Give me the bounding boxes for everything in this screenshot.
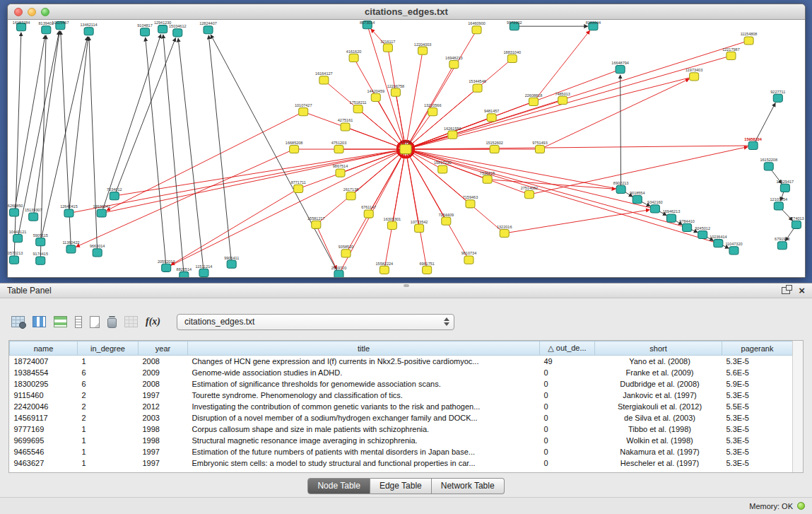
float-panel-icon[interactable]: [782, 287, 790, 294]
network-node[interactable]: [383, 44, 392, 52]
network-node[interactable]: [773, 94, 782, 102]
network-node[interactable]: [616, 185, 625, 193]
network-node[interactable]: [13, 235, 23, 243]
table-row[interactable]: 946362711997Embryonic stem cells: a mode…: [10, 457, 793, 469]
network-node[interactable]: [632, 196, 642, 204]
network-edge[interactable]: [324, 80, 401, 145]
network-node[interactable]: [294, 185, 303, 192]
network-node[interactable]: [319, 76, 329, 84]
table-row[interactable]: 1938455462009Genome-wide association stu…: [10, 367, 793, 378]
network-node[interactable]: [180, 271, 189, 277]
table-row[interactable]: 911546021997Tourette syndrome. Phenomeno…: [10, 390, 793, 401]
network-node[interactable]: [780, 184, 789, 192]
network-edge[interactable]: [102, 35, 161, 214]
network-node[interactable]: [423, 266, 432, 274]
table-row[interactable]: 2242004622012Investigating the contribut…: [10, 401, 793, 412]
network-node[interactable]: [353, 105, 363, 112]
network-edge[interactable]: [411, 69, 620, 147]
delete-table-icon[interactable]: [107, 318, 117, 328]
network-edge[interactable]: [102, 151, 400, 214]
network-edge[interactable]: [409, 112, 433, 144]
network-node[interactable]: [140, 28, 149, 36]
network-edge[interactable]: [107, 112, 303, 211]
network-node[interactable]: [173, 29, 182, 37]
table-row[interactable]: 1456911722003Disruption of a novel membe…: [10, 412, 793, 424]
network-node[interactable]: [529, 98, 538, 105]
row-height-icon[interactable]: [75, 316, 82, 328]
window-titlebar[interactable]: citations_edges.txt: [8, 4, 805, 20]
network-node[interactable]: [162, 264, 171, 271]
network-node[interactable]: [442, 217, 451, 225]
network-node[interactable]: [524, 190, 534, 198]
network-node[interactable]: [346, 192, 355, 200]
column-header-title[interactable]: title: [188, 341, 540, 356]
memory-status-icon[interactable]: [797, 502, 805, 510]
network-node[interactable]: [774, 202, 783, 210]
network-node[interactable]: [690, 73, 699, 81]
network-node[interactable]: [650, 205, 659, 213]
network-node[interactable]: [483, 175, 492, 183]
network-node[interactable]: [500, 229, 509, 237]
network-node[interactable]: [349, 54, 358, 62]
zoom-window-button[interactable]: [41, 8, 49, 16]
column-header-pagerank[interactable]: pagerank: [722, 341, 793, 356]
network-node[interactable]: [341, 123, 350, 131]
network-node[interactable]: [400, 144, 411, 153]
column-header-short[interactable]: short: [595, 341, 722, 356]
network-node[interactable]: [616, 66, 625, 74]
network-node[interactable]: [464, 256, 473, 264]
network-node[interactable]: [36, 257, 45, 264]
network-edge[interactable]: [298, 151, 400, 189]
import-table-icon[interactable]: [124, 316, 138, 327]
network-edge[interactable]: [89, 37, 98, 252]
network-edge[interactable]: [76, 149, 294, 247]
network-node[interactable]: [558, 96, 567, 104]
network-edge[interactable]: [411, 151, 655, 209]
network-edge[interactable]: [410, 59, 512, 146]
network-edge[interactable]: [488, 180, 616, 189]
tab-node-table[interactable]: Node Table: [307, 478, 370, 494]
network-edge[interactable]: [620, 75, 621, 189]
show-columns-icon[interactable]: [33, 316, 46, 327]
network-node[interactable]: [466, 200, 475, 208]
table-row[interactable]: 946554611997Estimation of the future num…: [10, 446, 793, 457]
network-edge[interactable]: [406, 51, 423, 144]
table-settings-icon[interactable]: [11, 316, 25, 327]
table-scrollbar[interactable]: [792, 341, 803, 472]
network-node[interactable]: [97, 209, 106, 217]
network-node[interactable]: [312, 221, 321, 228]
network-edge[interactable]: [411, 56, 731, 148]
function-builder-icon[interactable]: f(x): [146, 316, 160, 327]
network-node[interactable]: [448, 131, 457, 139]
network-node[interactable]: [472, 26, 481, 34]
network-edge[interactable]: [406, 155, 427, 270]
network-node[interactable]: [84, 28, 93, 35]
network-node[interactable]: [93, 249, 102, 257]
network-node[interactable]: [334, 270, 343, 277]
network-edge[interactable]: [163, 35, 184, 276]
network-node[interactable]: [666, 214, 676, 222]
network-node[interactable]: [10, 256, 19, 264]
network-node[interactable]: [744, 37, 753, 45]
network-edge[interactable]: [411, 146, 753, 149]
panel-resize-handle[interactable]: [404, 284, 409, 287]
network-node[interactable]: [729, 247, 739, 255]
network-edge[interactable]: [346, 154, 403, 253]
network-edge[interactable]: [529, 147, 748, 194]
network-node[interactable]: [391, 88, 400, 96]
network-node[interactable]: [299, 108, 308, 116]
network-node[interactable]: [726, 52, 736, 59]
network-node[interactable]: [387, 221, 396, 229]
network-node[interactable]: [66, 245, 76, 253]
network-node[interactable]: [764, 163, 773, 170]
network-node[interactable]: [449, 60, 459, 68]
network-node[interactable]: [158, 25, 167, 33]
column-header-name[interactable]: name: [10, 341, 78, 356]
network-node[interactable]: [341, 250, 351, 257]
network-edge[interactable]: [211, 35, 339, 274]
network-node[interactable]: [507, 54, 517, 62]
network-edge[interactable]: [303, 112, 400, 147]
network-node[interactable]: [10, 209, 19, 216]
table-row[interactable]: 1872400712008Changes of HCN gene express…: [10, 356, 793, 367]
table-row[interactable]: 1830029562008Estimation of significance …: [10, 378, 793, 390]
